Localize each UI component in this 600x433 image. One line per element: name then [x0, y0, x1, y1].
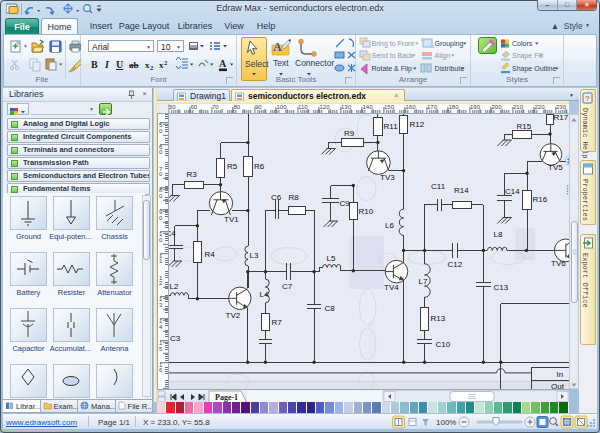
- svg-text:ab: ab: [129, 60, 139, 70]
- svg-text:L7: L7: [419, 277, 428, 286]
- svg-text:R15: R15: [517, 122, 532, 131]
- svg-text:R13: R13: [431, 314, 446, 323]
- svg-text:C9: C9: [340, 199, 351, 208]
- svg-text:Shape Fill: Shape Fill: [512, 52, 544, 60]
- svg-text:R7: R7: [272, 318, 283, 327]
- svg-text:TV1: TV1: [224, 215, 239, 224]
- svg-text:Rotate & Flip: Rotate & Flip: [372, 65, 413, 73]
- svg-text:C14: C14: [505, 187, 520, 196]
- svg-text:R10: R10: [359, 207, 374, 216]
- svg-text:R11: R11: [384, 122, 399, 131]
- svg-text:R5: R5: [227, 162, 238, 171]
- svg-text:Out: Out: [551, 382, 565, 390]
- svg-text:U: U: [116, 59, 123, 70]
- svg-text:C13: C13: [494, 283, 509, 292]
- svg-text:L2: L2: [170, 282, 179, 291]
- svg-text:Grouping: Grouping: [435, 40, 464, 48]
- svg-text:TV6: TV6: [551, 259, 566, 268]
- svg-text:C10: C10: [436, 340, 451, 349]
- svg-text:2: 2: [150, 64, 153, 71]
- svg-text:R17: R17: [554, 114, 569, 122]
- svg-text:R8: R8: [289, 193, 300, 202]
- svg-text:R9: R9: [344, 129, 355, 138]
- svg-text:R4: R4: [205, 250, 216, 259]
- svg-text:R14: R14: [454, 186, 469, 195]
- svg-text:I: I: [104, 59, 110, 70]
- svg-text:Distribute: Distribute: [435, 65, 465, 72]
- svg-text:A: A: [273, 40, 282, 54]
- svg-text:C8: C8: [325, 304, 336, 313]
- svg-text:2: 2: [164, 59, 167, 66]
- svg-text:R3: R3: [187, 170, 198, 179]
- svg-text:?: ?: [585, 94, 590, 103]
- svg-text:Bring to Front: Bring to Front: [372, 40, 414, 48]
- svg-text:A: A: [219, 58, 227, 69]
- svg-text:C7: C7: [282, 282, 293, 291]
- svg-text:Colors: Colors: [512, 40, 533, 47]
- svg-text:C6: C6: [271, 193, 282, 202]
- svg-text:TV2: TV2: [226, 311, 241, 320]
- svg-text:Page-1: Page-1: [215, 393, 238, 402]
- svg-text:L8: L8: [494, 230, 503, 239]
- svg-text:R16: R16: [533, 195, 548, 204]
- svg-text:L6: L6: [385, 221, 394, 230]
- svg-text:B: B: [91, 59, 98, 70]
- svg-text:TV3: TV3: [380, 173, 395, 182]
- svg-text:Select: Select: [245, 59, 269, 69]
- svg-text:TV4: TV4: [384, 283, 399, 292]
- svg-text:In: In: [557, 370, 564, 379]
- svg-text:Shape Outline: Shape Outline: [512, 65, 556, 73]
- svg-text:Align: Align: [435, 52, 451, 60]
- svg-text:Text: Text: [273, 58, 289, 68]
- svg-text:Send to Back: Send to Back: [372, 52, 414, 59]
- svg-text:C4: C4: [169, 229, 176, 238]
- svg-text:C3: C3: [170, 334, 181, 343]
- svg-text:L3: L3: [250, 251, 259, 260]
- svg-text:C12: C12: [448, 260, 463, 269]
- svg-text:L4: L4: [260, 290, 269, 299]
- svg-text:TV5: TV5: [548, 163, 563, 172]
- svg-text:R12: R12: [410, 120, 425, 129]
- svg-text:R6: R6: [254, 162, 265, 171]
- svg-text:L5: L5: [327, 254, 336, 263]
- svg-text:Connector: Connector: [295, 58, 334, 68]
- svg-text:100%: 100%: [436, 418, 456, 427]
- svg-text:C11: C11: [431, 182, 446, 191]
